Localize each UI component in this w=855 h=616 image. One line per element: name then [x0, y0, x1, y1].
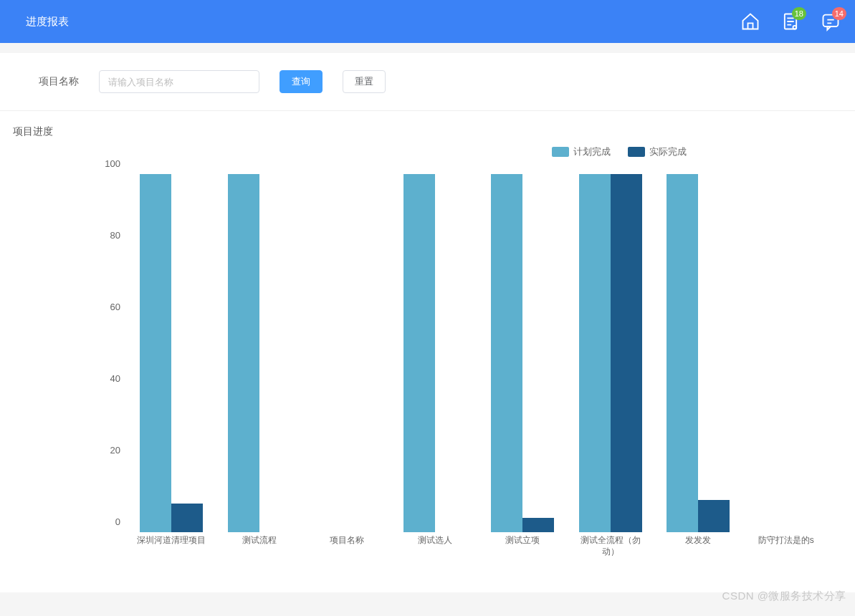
- bar-group: [135, 174, 207, 532]
- chart-container: 计划完成 实际完成 020406080100 深圳河道清理项目测试流程项目名称测…: [13, 145, 841, 575]
- bar-group: [750, 174, 822, 532]
- y-tick: 40: [110, 373, 120, 384]
- legend-actual-swatch: [628, 147, 645, 157]
- message-icon[interactable]: 14: [821, 11, 841, 32]
- query-button[interactable]: 查询: [280, 70, 323, 93]
- home-icon[interactable]: [740, 11, 760, 32]
- report-icon[interactable]: 18: [780, 11, 801, 32]
- bar-actual[interactable]: [522, 518, 554, 532]
- y-tick: 20: [110, 445, 120, 456]
- message-badge: 14: [832, 7, 846, 20]
- chart-section: 项目进度 计划完成 实际完成 020406080100 深圳河道清理项目测试流程…: [0, 111, 855, 592]
- bar-plan[interactable]: [491, 174, 522, 532]
- chart-legend: 计划完成 实际完成: [552, 145, 687, 158]
- bar-group: [662, 174, 734, 532]
- bar-group: [575, 174, 646, 532]
- legend-actual-label: 实际完成: [649, 145, 687, 158]
- legend-plan[interactable]: 计划完成: [552, 145, 611, 158]
- page-title: 进度报表: [26, 15, 69, 29]
- filter-row: 项目名称 查询 重置: [0, 53, 855, 111]
- bar-group: [311, 174, 383, 532]
- x-label: 测试选人: [399, 534, 471, 557]
- bar-plan[interactable]: [667, 174, 698, 532]
- x-label: 测试流程: [224, 534, 295, 557]
- plot-area: 深圳河道清理项目测试流程项目名称测试选人测试立项测试全流程（勿动）发发发防守打法…: [128, 174, 830, 550]
- bars-row: [128, 174, 830, 532]
- x-label: 测试立项: [487, 534, 558, 557]
- bar-group: [487, 174, 558, 532]
- bar-actual[interactable]: [611, 174, 642, 532]
- bar-actual[interactable]: [171, 504, 203, 532]
- bar-plan[interactable]: [140, 174, 171, 532]
- content-card: 项目名称 查询 重置 项目进度 计划完成 实际完成 020406080100 深…: [0, 53, 855, 592]
- x-label: 项目名称: [311, 534, 383, 557]
- bar-plan[interactable]: [579, 174, 611, 532]
- x-labels: 深圳河道清理项目测试流程项目名称测试选人测试立项测试全流程（勿动）发发发防守打法…: [128, 534, 830, 557]
- project-name-input[interactable]: [99, 70, 259, 93]
- x-label: 防守打法是的s: [750, 534, 822, 557]
- y-tick: 80: [110, 230, 120, 241]
- x-label: 深圳河道清理项目: [135, 534, 207, 557]
- header-bar: 进度报表 18 14: [0, 0, 855, 43]
- svg-point-1: [793, 26, 797, 29]
- filter-label: 项目名称: [39, 75, 79, 88]
- y-axis: 020406080100: [13, 174, 125, 532]
- bar-actual[interactable]: [698, 500, 730, 532]
- y-tick: 60: [110, 302, 120, 312]
- y-tick: 100: [105, 158, 120, 169]
- bar-group: [224, 174, 295, 532]
- x-label: 测试全流程（勿动）: [575, 534, 646, 557]
- legend-plan-label: 计划完成: [573, 145, 611, 158]
- legend-plan-swatch: [552, 147, 569, 157]
- bar-plan[interactable]: [228, 174, 259, 532]
- header-actions: 18 14: [740, 11, 841, 32]
- reset-button[interactable]: 重置: [343, 70, 386, 93]
- chart-title: 项目进度: [13, 125, 842, 138]
- bar-plan[interactable]: [403, 174, 435, 532]
- report-badge: 18: [792, 7, 806, 20]
- y-tick: 0: [115, 516, 120, 527]
- legend-actual[interactable]: 实际完成: [628, 145, 687, 158]
- bar-group: [399, 174, 471, 532]
- x-label: 发发发: [662, 534, 734, 557]
